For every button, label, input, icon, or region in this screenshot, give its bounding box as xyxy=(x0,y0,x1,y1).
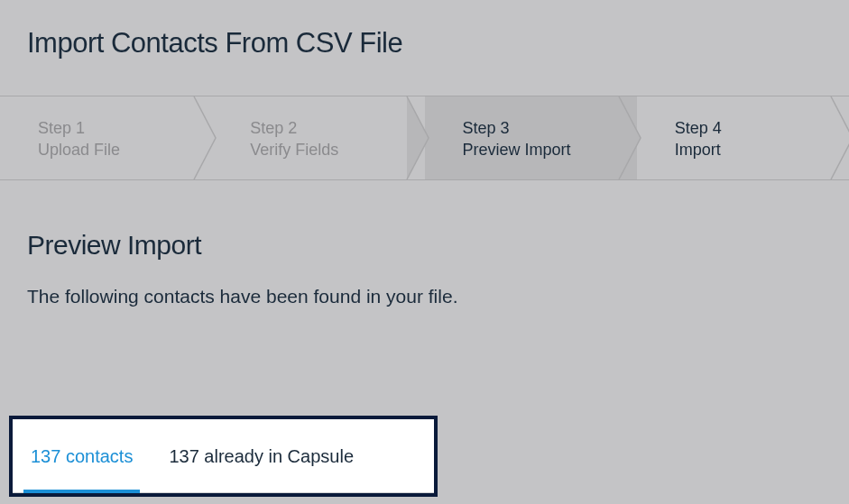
step-preview-import[interactable]: Step 3 Preview Import xyxy=(425,96,637,179)
step-verify-fields[interactable]: Step 2 Verify Fields xyxy=(212,96,424,179)
page-title: Import Contacts From CSV File xyxy=(0,0,849,96)
step-upload-file[interactable]: Step 1 Upload File xyxy=(0,96,212,179)
step-sub: Upload File xyxy=(38,141,212,160)
step-import[interactable]: Step 4 Import xyxy=(637,96,849,179)
section-title: Preview Import xyxy=(27,230,822,261)
step-sub: Verify Fields xyxy=(250,141,424,160)
step-label: Step 4 xyxy=(675,116,849,141)
step-label: Step 3 xyxy=(463,116,637,141)
tabs-highlight-frame: 137 contacts 137 already in Capsule xyxy=(9,416,438,497)
tab-label: 137 already in Capsule xyxy=(169,446,354,467)
tab-label: 137 contacts xyxy=(31,446,133,467)
wizard-stepper: Step 1 Upload File Step 2 Verify Fields … xyxy=(0,96,849,180)
step-label: Step 2 xyxy=(250,116,424,141)
step-sub: Preview Import xyxy=(463,141,637,160)
step-label: Step 1 xyxy=(38,116,212,141)
main-content: Preview Import The following contacts ha… xyxy=(0,180,849,307)
section-description: The following contacts have been found i… xyxy=(27,286,822,307)
tab-contacts[interactable]: 137 contacts xyxy=(13,419,151,493)
step-sub: Import xyxy=(675,141,849,160)
tab-already-in-capsule[interactable]: 137 already in Capsule xyxy=(151,419,372,493)
